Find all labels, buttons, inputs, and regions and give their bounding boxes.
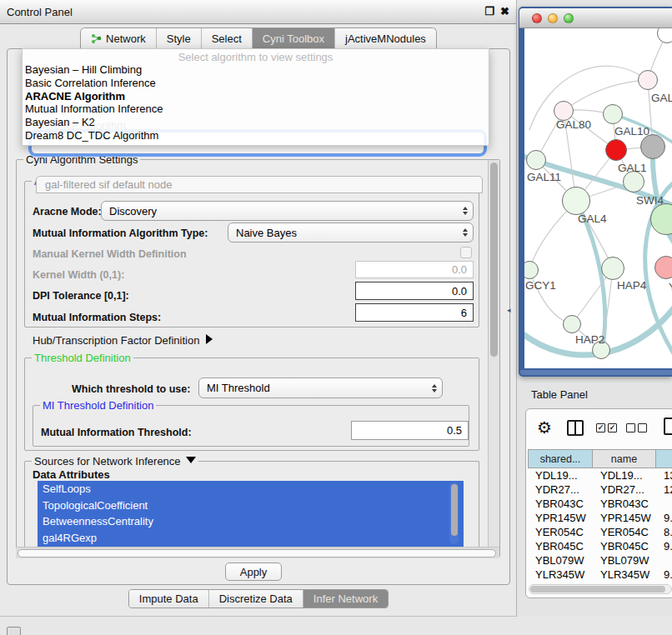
sources-toggle[interactable]: Sources for Network Inference [32, 455, 198, 468]
taskbar-mini-window-button[interactable] [7, 627, 21, 635]
network-window[interactable]: GALGAL80GAL10GAL1GAL11SWI4GAL4GCY1HAP4YH… [519, 7, 672, 377]
table-cell: YDL19... [528, 468, 593, 482]
node-label: SWI4 [636, 194, 664, 207]
mi-steps-value: 6 [461, 307, 467, 319]
node-gal10[interactable] [603, 104, 623, 124]
node-gal11[interactable] [526, 150, 546, 170]
table-cell: YBR043C [593, 497, 656, 511]
columns-icon[interactable] [567, 420, 584, 436]
node-gal1[interactable] [605, 139, 627, 161]
select-all-icon[interactable]: ✓✓ [596, 423, 617, 432]
table-data-select[interactable]: gal-filtered sif default node [36, 176, 483, 193]
hub-section-toggle[interactable]: Hub/Transcription Factor Definition [33, 334, 213, 347]
node-gal-pink[interactable] [638, 70, 658, 90]
table-row[interactable]: YDL19...YDL19...13 [528, 468, 672, 482]
network-tab-icon [91, 33, 102, 44]
table-header-cell[interactable] [656, 449, 672, 468]
tab-select[interactable]: Select [201, 28, 252, 48]
algorithm-option[interactable]: Bayesian – K2 [23, 116, 489, 129]
table-row[interactable]: YBR045CYBR045C9. [528, 539, 672, 553]
algorithm-option[interactable]: Dream8 DC_TDC Algorithm [23, 129, 489, 142]
table-row[interactable]: YER054CYER054C8. [528, 525, 672, 539]
zoom-traffic-light-icon[interactable] [564, 13, 574, 23]
network-titlebar[interactable] [519, 8, 672, 28]
algorithm-option[interactable]: Mutual Information Inference [23, 102, 489, 116]
tab-jactivemnodules[interactable]: jActiveMNodules [334, 28, 436, 48]
algorithm-option[interactable]: Bayesian – Hill Climbing [23, 63, 489, 77]
table-row[interactable]: YLR345WYLR345W9. [528, 568, 672, 582]
which-threshold-select[interactable]: MI Threshold [198, 378, 443, 398]
application-root: Control Panel ❐ ✖ Network [0, 0, 672, 635]
settings-vertical-scrollbar[interactable] [488, 160, 499, 556]
table-cell: YBL079W [528, 553, 593, 568]
apply-button[interactable]: Apply [225, 562, 282, 581]
node-pink-y[interactable] [654, 256, 672, 279]
table-cell: YBR043C [528, 497, 593, 511]
chevron-right-icon [206, 334, 213, 344]
settings-horizontal-scrollbar[interactable] [16, 547, 499, 558]
algorithm-option[interactable]: Basic Correlation Inference [23, 77, 489, 90]
tab-select-label: Select [212, 32, 242, 45]
aracne-mode-value: Discovery [109, 205, 157, 218]
close-window-icon[interactable]: ✖ [500, 5, 509, 18]
tab-cyni-toolbox[interactable]: Cyni Toolbox [252, 28, 334, 48]
float-window-icon[interactable]: ❐ [484, 5, 494, 18]
attribute-item[interactable]: BetweennessCentrality [38, 513, 464, 530]
stepper-icon [463, 207, 468, 215]
gear-icon[interactable]: ⚙ [537, 418, 552, 438]
control-panel-titlebar: Control Panel ❐ ✖ [0, 0, 516, 24]
node-hap4[interactable] [601, 257, 624, 280]
dpi-tolerance-field[interactable]: 0.0 [355, 282, 474, 300]
deselect-all-icon[interactable] [626, 423, 647, 432]
mi-threshold-label: Mutual Information Threshold: [41, 427, 192, 438]
table-horizontal-scrollbar[interactable] [529, 584, 672, 594]
minimize-traffic-light-icon[interactable] [548, 13, 558, 23]
mi-algorithm-type-select[interactable]: Naive Bayes [228, 222, 474, 242]
node-hap2[interactable] [563, 315, 581, 333]
table-cell: YBR045C [528, 539, 593, 553]
manual-kernel-label: Manual Kernel Width Definition [33, 248, 187, 260]
algorithm-dropdown-list: Bayesian – Hill ClimbingBasic Correlatio… [23, 63, 489, 142]
table-row[interactable]: YPR145WYPR145W9. [528, 511, 672, 525]
table-row[interactable]: YDR27...YDR27...12 [528, 482, 672, 497]
tab-infer-network-label: Infer Network [313, 592, 378, 605]
algorithm-dropdown-overlay: Select algorithm to view settings Bayesi… [22, 48, 489, 146]
attributes-list-scrollbar[interactable] [449, 482, 459, 544]
attribute-item[interactable]: SelfLoops [38, 481, 464, 498]
mi-steps-field[interactable]: 6 [355, 303, 474, 322]
node-label: GCY1 [525, 279, 556, 292]
node-gal4[interactable] [562, 187, 590, 215]
sources-title: Sources for Network Inference [34, 455, 181, 468]
table-header-cell[interactable]: name [593, 449, 656, 468]
close-traffic-light-icon[interactable] [532, 13, 542, 23]
attribute-item[interactable]: gal4RGexp [38, 530, 464, 547]
panel-divider-grip[interactable]: ◂ [507, 306, 511, 314]
algorithm-option[interactable]: ARACNE Algorithm [23, 90, 489, 103]
table-cell: 12 [656, 482, 672, 497]
tab-discretize-data[interactable]: Discretize Data [208, 590, 303, 608]
aracne-mode-select[interactable]: Discovery [101, 201, 474, 221]
mi-threshold-definition-legend: MI Threshold Definition [40, 399, 156, 412]
attribute-item[interactable]: TopologicalCoefficient [38, 498, 464, 514]
control-panel-tabbar: Network Style Select Cyni Toolbox jActiv… [0, 28, 517, 48]
table-cell: YER054C [528, 525, 593, 539]
node-gray[interactable] [640, 134, 665, 159]
network-canvas[interactable]: GALGAL80GAL10GAL1GAL11SWI4GAL4GCY1HAP4YH… [524, 28, 672, 368]
table-header-cell[interactable]: shared... [528, 449, 593, 468]
mi-threshold-field[interactable]: 0.5 [351, 421, 469, 440]
stepper-icon [432, 384, 437, 392]
manual-kernel-checkbox[interactable] [460, 247, 472, 258]
document-icon[interactable] [664, 418, 672, 435]
node-label: GAL80 [556, 118, 591, 131]
table-row[interactable]: YBR043CYBR043C [528, 497, 672, 511]
tab-style[interactable]: Style [156, 28, 201, 48]
tab-cyni-toolbox-label: Cyni Toolbox [263, 32, 324, 45]
apply-button-label: Apply [240, 566, 268, 578]
chevron-down-icon [186, 457, 196, 463]
tab-network[interactable]: Network [81, 28, 156, 48]
attributes-list[interactable]: SelfLoopsTopologicalCoefficientBetweenne… [38, 481, 464, 547]
table-row[interactable]: YBL079WYBL079W [528, 553, 672, 568]
tab-impute-data[interactable]: Impute Data [129, 590, 208, 608]
kernel-width-field[interactable]: 0.0 [355, 261, 474, 278]
tab-infer-network[interactable]: Infer Network [303, 590, 388, 608]
